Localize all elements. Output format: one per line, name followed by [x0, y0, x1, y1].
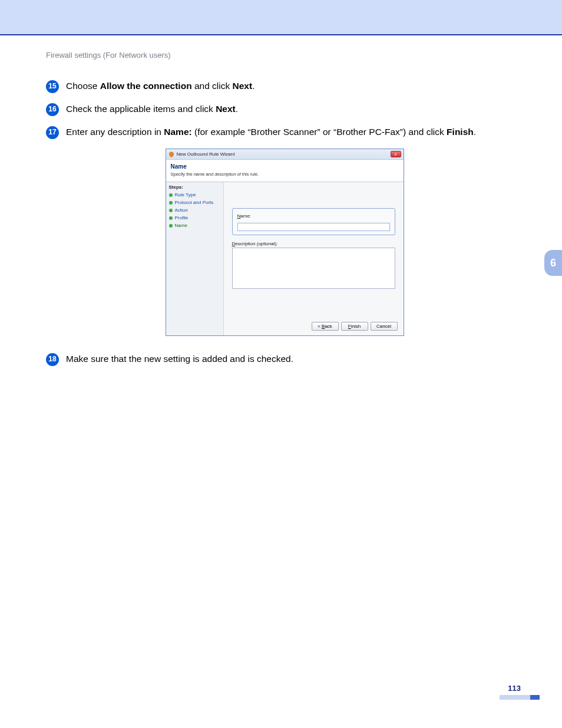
text: (for example “Brother Scanner” or “Broth…: [192, 127, 447, 137]
step-15: 15 Choose Allow the connection and click…: [46, 80, 523, 93]
wizard-header-subtitle: Specify the name and description of this…: [171, 172, 399, 177]
step-bullet: 16: [46, 103, 59, 116]
wizard-screenshot: New Outbound Rule Wizard x Name Specify …: [166, 149, 404, 336]
step-bullet: 18: [46, 353, 59, 366]
shield-icon: [168, 151, 174, 157]
step-text: Enter any description in Name: (for exam…: [66, 126, 523, 139]
sidebar-step-name[interactable]: Name: [169, 223, 220, 228]
header-band: [0, 0, 562, 34]
sidebar-step-label: Action: [175, 207, 188, 213]
sidebar-step-label: Profile: [175, 215, 189, 220]
sidebar-step-ruletype[interactable]: Rule Type: [169, 192, 220, 197]
btn-rest: inish: [351, 324, 361, 329]
close-icon[interactable]: x: [391, 151, 401, 157]
chapter-tab: 6: [544, 250, 562, 276]
sidebar-steps-label: Steps:: [169, 185, 220, 190]
dot-icon: [169, 209, 173, 212]
text: Choose: [66, 81, 100, 91]
text: and click: [192, 81, 233, 91]
name-field-group: Name:: [232, 208, 395, 235]
sidebar-step-label: Protocol and Ports: [175, 200, 214, 205]
description-input[interactable]: [232, 248, 395, 289]
wizard-header: Name Specify the name and description of…: [166, 160, 404, 182]
section-header: Firewall settings (For Network users): [46, 51, 171, 60]
back-button[interactable]: < Back: [312, 322, 339, 331]
wizard-main: Name: Description (optional): < Back Fin…: [224, 182, 404, 335]
sidebar-step-profile[interactable]: Profile: [169, 215, 220, 220]
text: .: [236, 104, 238, 114]
wizard-button-row: < Back Finish Cancel: [312, 322, 398, 331]
cancel-button[interactable]: Cancel: [371, 322, 398, 331]
text: Make sure that the new setting is added …: [66, 354, 293, 364]
header-rule: [0, 34, 562, 35]
description-field-group: Description (optional):: [232, 241, 395, 291]
wizard-body: Steps: Rule Type Protocol and Ports Acti…: [166, 182, 404, 335]
bold: Next: [233, 81, 253, 91]
content: 15 Choose Allow the connection and click…: [46, 80, 523, 375]
label-rest: ame:: [240, 213, 251, 219]
page-number: 113: [508, 684, 521, 693]
finish-button[interactable]: Finish: [341, 322, 368, 331]
wizard-sidebar: Steps: Rule Type Protocol and Ports Acti…: [166, 182, 224, 335]
text: Check the applicable items and click: [66, 104, 216, 114]
btn-rest: ack: [325, 324, 332, 329]
step-text: Check the applicable items and click Nex…: [66, 103, 523, 116]
bold: Allow the connection: [100, 81, 192, 91]
dot-icon: [169, 216, 173, 220]
label-rest: escription (optional):: [235, 241, 277, 246]
step-text: Choose Allow the connection and click Ne…: [66, 80, 523, 93]
wizard-titlebar: New Outbound Rule Wizard x: [166, 149, 404, 160]
step-17: 17 Enter any description in Name: (for e…: [46, 126, 523, 139]
wizard-title: New Outbound Rule Wizard: [177, 151, 235, 157]
wizard-header-title: Name: [171, 163, 399, 170]
dot-icon: [169, 201, 173, 205]
sidebar-step-protocol[interactable]: Protocol and Ports: [169, 200, 220, 205]
bold: Name:: [164, 127, 191, 137]
sidebar-step-action[interactable]: Action: [169, 207, 220, 213]
name-input[interactable]: [237, 223, 390, 231]
sidebar-step-label: Rule Type: [175, 192, 196, 197]
name-label: Name:: [237, 213, 390, 219]
dot-icon: [169, 224, 173, 228]
btn-pre: <: [318, 324, 322, 329]
step-bullet: 17: [46, 126, 59, 139]
bold: Finish: [447, 127, 474, 137]
bold: Next: [216, 104, 236, 114]
footer-accent: [500, 695, 530, 700]
text: .: [252, 81, 254, 91]
step-bullet: 15: [46, 80, 59, 93]
step-text: Make sure that the new setting is added …: [66, 353, 523, 365]
description-label: Description (optional):: [232, 241, 395, 246]
text: .: [474, 127, 476, 137]
sidebar-step-label: Name: [175, 223, 187, 228]
dot-icon: [169, 193, 173, 197]
step-16: 16 Check the applicable items and click …: [46, 103, 523, 116]
wizard-window: New Outbound Rule Wizard x Name Specify …: [166, 149, 404, 336]
step-18: 18 Make sure that the new setting is add…: [46, 353, 523, 366]
text: Enter any description in: [66, 127, 164, 137]
